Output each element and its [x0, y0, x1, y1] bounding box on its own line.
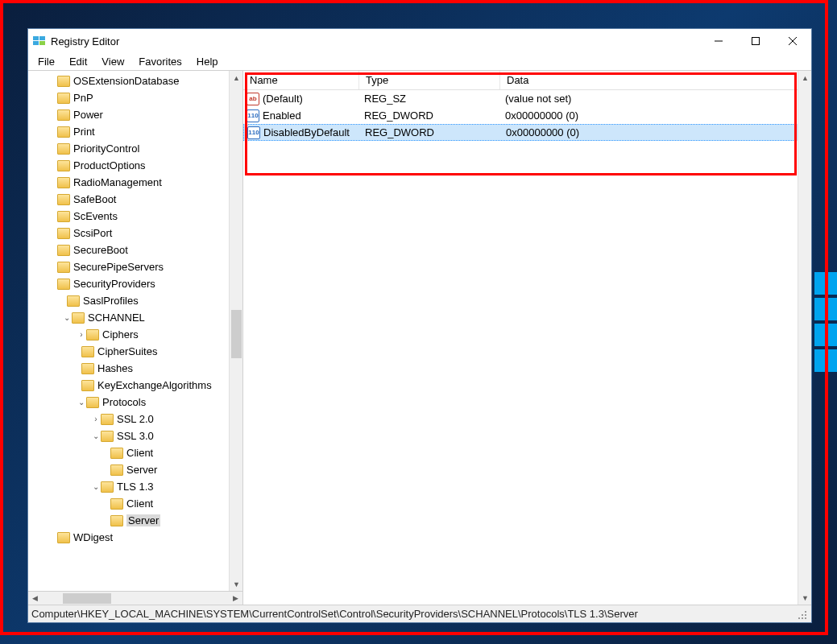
- tree-item[interactable]: Print: [28, 123, 242, 140]
- tree-item[interactable]: ProductOptions: [28, 157, 242, 174]
- tree-item[interactable]: Power: [28, 106, 242, 123]
- tree-item[interactable]: SafeBoot: [28, 191, 242, 208]
- tree-view[interactable]: OSExtensionDatabasePnPPowerPrintPriority…: [28, 71, 242, 591]
- resize-grip-icon[interactable]: [795, 608, 808, 621]
- tree-item[interactable]: ⌄TLS 1.3: [28, 478, 242, 495]
- values-list[interactable]: ab(Default)REG_SZ(value not set)110Enabl…: [243, 90, 811, 605]
- tree-item[interactable]: OSExtensionDatabase: [28, 72, 242, 89]
- menu-file[interactable]: File: [31, 54, 61, 69]
- tree-item[interactable]: ⌄SCHANNEL: [28, 309, 242, 326]
- scroll-up-icon[interactable]: ▲: [798, 71, 811, 85]
- chevron-down-icon[interactable]: ⌄: [91, 482, 101, 491]
- value-data: 0x00000000 (0): [501, 126, 810, 138]
- svg-rect-8: [805, 611, 806, 613]
- value-name: (Default): [263, 93, 303, 105]
- tree-item[interactable]: SecureBoot: [28, 242, 242, 258]
- chevron-down-icon[interactable]: ⌄: [77, 398, 86, 407]
- scroll-track[interactable]: [42, 592, 229, 605]
- tree-item[interactable]: PriorityControl: [28, 140, 242, 157]
- tree-item-label: SSL 2.0: [117, 413, 154, 425]
- svg-rect-1: [39, 36, 45, 40]
- editor-body: OSExtensionDatabasePnPPowerPrintPriority…: [28, 71, 811, 605]
- dword-value-icon: 110: [247, 126, 260, 139]
- folder-icon: [101, 481, 114, 493]
- tree-item[interactable]: KeyExchangeAlgorithms: [28, 377, 242, 394]
- tree-item[interactable]: ScsiPort: [28, 225, 242, 242]
- tree-item-label: RadioManagement: [73, 176, 162, 188]
- tree-item-label: Print: [73, 126, 95, 138]
- registry-editor-window: Registry Editor File Edit View Favorites…: [27, 28, 812, 623]
- scroll-down-icon[interactable]: ▼: [230, 577, 243, 591]
- value-row[interactable]: ab(Default)REG_SZ(value not set): [243, 90, 811, 107]
- menu-view[interactable]: View: [95, 54, 131, 69]
- tree-item[interactable]: PnP: [28, 89, 242, 106]
- maximize-button[interactable]: [737, 30, 774, 53]
- chevron-down-icon[interactable]: ⌄: [62, 313, 72, 322]
- scroll-down-icon[interactable]: ▼: [798, 591, 811, 605]
- tree-item[interactable]: RadioManagement: [28, 174, 242, 191]
- folder-icon: [57, 532, 70, 543]
- scroll-right-icon[interactable]: ▶: [229, 592, 242, 605]
- scroll-track[interactable]: [230, 85, 242, 577]
- tree-item-label: SecurityProviders: [73, 278, 155, 290]
- tree-horizontal-scrollbar[interactable]: ◀ ▶: [28, 591, 242, 605]
- tree-item-label: ScEvents: [73, 210, 118, 222]
- tree-pane: OSExtensionDatabasePnPPowerPrintPriority…: [28, 71, 243, 605]
- value-row[interactable]: 110DisabledByDefaultREG_DWORD0x00000000 …: [243, 124, 811, 141]
- tree-item-label: PnP: [73, 92, 93, 104]
- tree-item[interactable]: SaslProfiles: [28, 292, 242, 309]
- tree-item[interactable]: Hashes: [28, 360, 242, 377]
- folder-icon: [57, 228, 70, 239]
- tree-item[interactable]: ›SSL 2.0: [28, 411, 242, 427]
- tree-item[interactable]: CipherSuites: [28, 343, 242, 360]
- minimize-button[interactable]: [700, 30, 737, 53]
- chevron-right-icon[interactable]: ›: [91, 415, 101, 423]
- folder-icon: [57, 245, 70, 256]
- svg-rect-10: [805, 614, 806, 616]
- values-vertical-scrollbar[interactable]: ▲ ▼: [798, 71, 811, 605]
- scroll-thumb[interactable]: [231, 310, 242, 358]
- value-name: DisabledByDefault: [263, 126, 350, 138]
- value-name: Enabled: [263, 109, 301, 122]
- chevron-down-icon[interactable]: ⌄: [91, 431, 101, 440]
- value-row[interactable]: 110EnabledREG_DWORD0x00000000 (0): [243, 107, 811, 124]
- close-button[interactable]: [774, 30, 811, 53]
- titlebar[interactable]: Registry Editor: [28, 29, 811, 53]
- tree-item-label: TLS 1.3: [117, 481, 154, 493]
- chevron-right-icon[interactable]: ›: [77, 330, 86, 339]
- tree-item[interactable]: SecurityProviders: [28, 275, 242, 292]
- column-header-name[interactable]: Name: [243, 71, 359, 89]
- column-header-type[interactable]: Type: [359, 71, 500, 89]
- tree-item[interactable]: ScEvents: [28, 208, 242, 225]
- scroll-left-icon[interactable]: ◀: [28, 592, 42, 605]
- tree-item-label: SecureBoot: [73, 244, 128, 256]
- tree-item-label: PriorityControl: [73, 142, 139, 155]
- tree-item[interactable]: SecurePipeServers: [28, 258, 242, 275]
- folder-icon: [86, 397, 99, 408]
- tree-item[interactable]: ⌄SSL 3.0: [28, 427, 242, 444]
- tree-item[interactable]: ⌄Protocols: [28, 394, 242, 411]
- svg-rect-3: [39, 41, 45, 45]
- folder-icon: [81, 380, 94, 391]
- tree-item[interactable]: Client: [28, 495, 242, 512]
- tree-item-label: SecurePipeServers: [73, 261, 164, 273]
- tree-item[interactable]: Server: [28, 512, 242, 529]
- tree-item-label: OSExtensionDatabase: [73, 75, 180, 87]
- scroll-thumb[interactable]: [63, 593, 111, 604]
- tree-item[interactable]: Server: [28, 461, 242, 478]
- tree-item-label: KeyExchangeAlgorithms: [97, 379, 212, 391]
- tree-item[interactable]: ›Ciphers: [28, 326, 242, 343]
- menu-edit[interactable]: Edit: [63, 54, 93, 69]
- values-pane: Name Type Data ab(Default)REG_SZ(value n…: [243, 71, 811, 605]
- menu-help[interactable]: Help: [190, 54, 225, 69]
- tree-item-label: Server: [126, 464, 157, 476]
- tree-item[interactable]: WDigest: [28, 529, 242, 546]
- tree-item-label: Server: [126, 514, 160, 526]
- tree-item[interactable]: Client: [28, 444, 242, 461]
- scroll-up-icon[interactable]: ▲: [230, 71, 243, 85]
- menu-favorites[interactable]: Favorites: [132, 54, 188, 69]
- values-header[interactable]: Name Type Data: [243, 71, 811, 90]
- tree-vertical-scrollbar[interactable]: ▲ ▼: [229, 71, 242, 591]
- tree-item-label: SSL 3.0: [117, 430, 154, 442]
- column-header-data[interactable]: Data: [500, 71, 811, 89]
